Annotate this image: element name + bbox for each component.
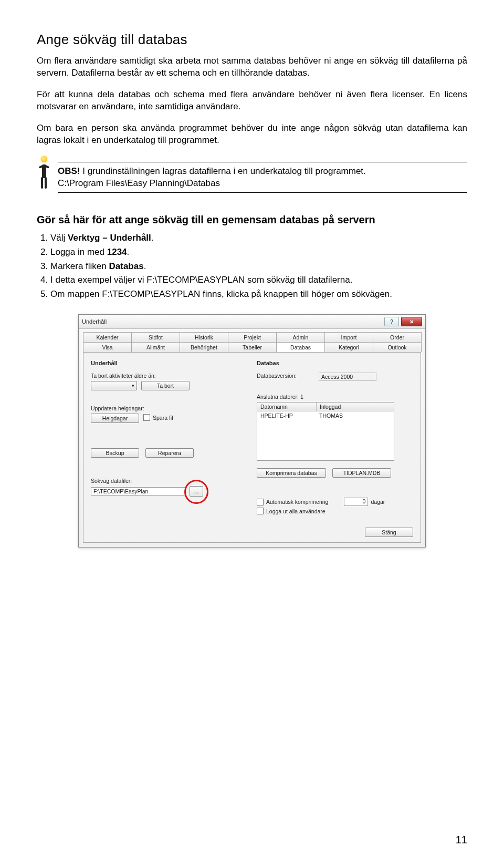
- auto-compress-checkbox[interactable]: Automatisk komprimering 0 dagar: [257, 498, 413, 506]
- paragraph-1: Om flera användare samtidigt ska arbeta …: [37, 55, 467, 79]
- chevron-down-icon: ▾: [132, 383, 134, 388]
- tab-row-1: Kalender Sidfot Historik Projekt Admin I…: [79, 329, 425, 342]
- cell-user: THOMAS: [316, 411, 346, 420]
- backup-button[interactable]: Backup: [91, 448, 139, 458]
- idea-figure-icon: [37, 156, 51, 193]
- tab-kategori[interactable]: Kategori: [324, 342, 373, 352]
- tab-allmant[interactable]: Allmänt: [131, 342, 180, 352]
- dialog-body: Underhåll Ta bort aktiviteter äldre än: …: [83, 352, 421, 543]
- paragraph-3: Om bara en person ska använda programmet…: [37, 122, 467, 147]
- update-holidays-label: Uppdatera helgdagar:: [91, 405, 247, 411]
- obs-path: C:\Program Files\Easy Planning\Databas: [58, 178, 220, 188]
- tab-admin[interactable]: Admin: [276, 332, 325, 342]
- col-loggedin: Inloggad: [317, 402, 394, 411]
- tab-visa[interactable]: Visa: [83, 342, 132, 352]
- older-than-label: Ta bort aktiviteter äldre än:: [91, 373, 247, 379]
- obs-sentence: I grundinställningen lagras datafilerna …: [80, 166, 366, 176]
- step-2: Logga in med 1234.: [50, 246, 467, 259]
- days-label: dagar: [371, 499, 385, 505]
- obs-label: OBS!: [58, 166, 80, 176]
- tidplan-button[interactable]: TIDPLAN.MDB: [332, 468, 391, 478]
- cell-computer: HPELITE-HP: [257, 411, 316, 420]
- repair-button[interactable]: Reparera: [145, 448, 194, 458]
- dbversion-label: Databasversion:: [257, 373, 314, 379]
- obs-note: OBS! I grundinställningen lagras datafil…: [37, 156, 467, 193]
- save-file-checkbox[interactable]: Spara fil: [143, 414, 173, 421]
- path-input[interactable]: F:\TECOMP\EasyPlan: [91, 487, 185, 496]
- steps-list: Välj Verktyg – Underhåll. Logga in med 1…: [37, 232, 467, 301]
- right-column: Databas Databasversion: Access 2000 Ansl…: [257, 360, 413, 516]
- remove-button[interactable]: Ta bort: [141, 381, 190, 390]
- group-underhall: Underhåll: [91, 360, 247, 366]
- tab-outlook[interactable]: Outlook: [373, 342, 422, 352]
- tab-sidfot[interactable]: Sidfot: [131, 332, 180, 342]
- tab-databas[interactable]: Databas: [276, 342, 325, 352]
- logout-all-checkbox[interactable]: Logga ut alla användare: [257, 508, 413, 514]
- tab-row-2: Visa Allmänt Behörighet Tabeller Databas…: [79, 342, 425, 352]
- tab-import[interactable]: Import: [324, 332, 373, 342]
- connected-list[interactable]: Datornamn Inloggad HPELITE-HP THOMAS: [257, 402, 394, 461]
- step-5: Om mappen F:\TECOMP\EASYPLAN finns, klic…: [50, 288, 467, 301]
- page-title: Ange sökväg till databas: [37, 32, 467, 48]
- col-computer: Datornamn: [257, 402, 317, 411]
- holidays-button[interactable]: Helgdagar: [91, 414, 139, 423]
- path-label: Sökväg datafiler:: [91, 478, 247, 484]
- underhall-dialog: Underhåll ? ✕ Kalender Sidfot Historik P…: [78, 314, 426, 548]
- left-column: Underhåll Ta bort aktiviteter äldre än: …: [91, 360, 247, 516]
- close-button[interactable]: Stäng: [365, 528, 413, 537]
- tab-order[interactable]: Order: [373, 332, 422, 342]
- page-number: 11: [456, 834, 467, 846]
- window-close-button[interactable]: ✕: [401, 317, 422, 326]
- browse-button[interactable]: ...: [190, 486, 203, 497]
- dialog-title: Underhåll: [82, 318, 107, 325]
- older-than-dropdown[interactable]: ▾: [91, 381, 137, 390]
- compress-button[interactable]: Komprimera databas: [257, 468, 326, 478]
- obs-text: OBS! I grundinställningen lagras datafil…: [58, 162, 467, 192]
- dbversion-value: Access 2000: [319, 373, 376, 381]
- list-row: HPELITE-HP THOMAS: [257, 411, 394, 420]
- help-button[interactable]: ?: [384, 317, 399, 326]
- tab-kalender[interactable]: Kalender: [83, 332, 132, 342]
- tab-tabeller[interactable]: Tabeller: [228, 342, 277, 352]
- group-databas: Databas: [257, 360, 413, 366]
- connected-label: Anslutna datorer: 1: [257, 394, 413, 400]
- step-1: Välj Verktyg – Underhåll.: [50, 232, 467, 244]
- section-subtitle: Gör så här för att ange sökväg till en g…: [37, 214, 467, 226]
- step-3: Markera fliken Databas.: [50, 261, 467, 273]
- step-4: I detta exempel väljer vi F:\TECOMP\EASY…: [50, 274, 467, 286]
- tab-behorighet[interactable]: Behörighet: [180, 342, 228, 352]
- dialog-titlebar: Underhåll ? ✕: [79, 315, 425, 329]
- days-input[interactable]: 0: [344, 498, 368, 506]
- tab-historik[interactable]: Historik: [180, 332, 228, 342]
- tab-projekt[interactable]: Projekt: [228, 332, 277, 342]
- paragraph-2: För att kunna dela databas och schema me…: [37, 89, 467, 113]
